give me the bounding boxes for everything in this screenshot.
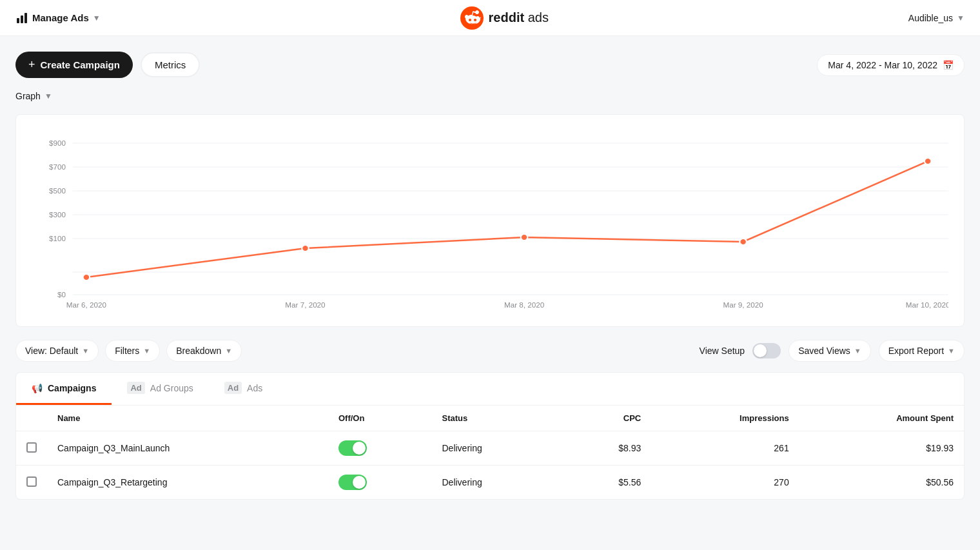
- svg-text:$300: $300: [49, 211, 66, 219]
- col-offon: Off/On: [328, 406, 432, 431]
- svg-text:$100: $100: [49, 235, 66, 242]
- graph-section: $900 $700 $500 $300 $100 $0 Mar 6, 2020: [15, 114, 965, 327]
- svg-text:Mar 6, 2020: Mar 6, 2020: [66, 301, 106, 309]
- line-chart: $900 $700 $500 $300 $100 $0 Mar 6, 2020: [32, 130, 948, 311]
- table-row: Campaign_Q3_MainLaunch Delivering $8.93 …: [16, 431, 964, 466]
- col-amount-spent: Amount Spent: [799, 406, 964, 431]
- row2-cpc: $5.56: [560, 466, 652, 500]
- saved-views-label: Saved Views: [798, 346, 850, 356]
- row2-status: Delivering: [432, 466, 560, 500]
- metrics-label: Metrics: [155, 59, 186, 70]
- export-report-label: Export Report: [888, 346, 944, 356]
- table-row: Campaign_Q3_Retargeting Delivering $5.56…: [16, 466, 964, 500]
- date-range-picker[interactable]: Mar 4, 2022 - Mar 10, 2022 📅: [817, 54, 965, 76]
- col-name: Name: [47, 406, 328, 431]
- svg-text:Mar 9, 2020: Mar 9, 2020: [723, 301, 763, 309]
- svg-rect-1: [21, 15, 23, 23]
- view-default-chevron-icon: ▼: [82, 347, 89, 355]
- table-tabs: 📢 Campaigns Ad Ad Groups Ad Ads: [16, 373, 964, 406]
- view-default-label: View: Default: [25, 346, 78, 356]
- account-label: Audible_us: [908, 13, 953, 23]
- calendar-icon: 📅: [943, 60, 954, 70]
- ad-groups-tab-icon: Ad: [127, 382, 144, 394]
- filter-bar: View: Default ▼ Filters ▼ Breakdown ▼ Vi…: [15, 340, 965, 362]
- export-report-button[interactable]: Export Report ▼: [879, 340, 965, 362]
- top-toolbar: + Create Campaign Metrics Mar 4, 2022 - …: [15, 52, 965, 78]
- chart-container: $900 $700 $500 $300 $100 $0 Mar 6, 2020: [32, 130, 948, 311]
- reddit-logo: reddit ads: [460, 6, 549, 30]
- tab-ads[interactable]: Ad Ads: [209, 373, 278, 405]
- filter-bar-left: View: Default ▼ Filters ▼ Breakdown ▼: [15, 340, 242, 362]
- breakdown-chevron-icon: ▼: [225, 347, 232, 355]
- view-setup-toggle[interactable]: [752, 343, 781, 358]
- row2-checkbox[interactable]: [26, 476, 37, 487]
- col-status: Status: [432, 406, 560, 431]
- row1-amount-spent: $19.93: [799, 431, 964, 466]
- ads-tab-label: Ads: [247, 383, 262, 393]
- filter-bar-right: View Setup Saved Views ▼ Export Report ▼: [700, 340, 965, 362]
- table-section: 📢 Campaigns Ad Ad Groups Ad Ads Name Off…: [15, 372, 965, 500]
- svg-rect-2: [24, 13, 27, 23]
- graph-toggle[interactable]: Graph ▼: [15, 91, 965, 101]
- saved-views-button[interactable]: Saved Views ▼: [789, 340, 871, 362]
- breakdown-label: Breakdown: [176, 346, 221, 356]
- filters-label: Filters: [115, 346, 139, 356]
- row2-toggle-thumb: [353, 476, 366, 489]
- row2-toggle[interactable]: [338, 475, 367, 490]
- tab-campaigns[interactable]: 📢 Campaigns: [16, 373, 112, 405]
- manage-ads-nav[interactable]: Manage Ads ▼: [15, 12, 101, 25]
- plus-icon: +: [28, 58, 35, 72]
- view-setup-toggle-thumb: [754, 344, 767, 357]
- svg-text:Mar 10, 2020: Mar 10, 2020: [906, 301, 948, 309]
- create-campaign-label: Create Campaign: [41, 59, 120, 70]
- svg-point-18: [302, 245, 309, 251]
- view-default-button[interactable]: View: Default ▼: [15, 340, 99, 362]
- campaigns-tab-icon: 📢: [32, 383, 43, 393]
- campaigns-tab-label: Campaigns: [48, 383, 96, 393]
- create-campaign-button[interactable]: + Create Campaign: [15, 52, 133, 78]
- svg-text:$500: $500: [49, 187, 66, 195]
- row1-toggle[interactable]: [338, 440, 367, 456]
- col-cpc: CPC: [560, 406, 652, 431]
- row2-impressions: 270: [651, 466, 799, 500]
- metrics-button[interactable]: Metrics: [141, 52, 200, 77]
- tab-ad-groups[interactable]: Ad Ad Groups: [112, 373, 208, 405]
- export-report-chevron-icon: ▼: [948, 347, 955, 355]
- account-chevron-icon: ▼: [957, 14, 965, 23]
- header: Manage Ads ▼ reddit ads Audible_us ▼: [0, 0, 980, 36]
- row1-status: Delivering: [432, 431, 560, 466]
- svg-point-17: [83, 274, 90, 280]
- svg-text:Mar 7, 2020: Mar 7, 2020: [285, 301, 325, 309]
- reddit-ads-text: reddit ads: [489, 10, 549, 25]
- saved-views-chevron-icon: ▼: [854, 347, 861, 355]
- ads-tab-icon: Ad: [224, 382, 242, 394]
- row1-checkbox[interactable]: [26, 442, 37, 453]
- toolbar-left: + Create Campaign Metrics: [15, 52, 200, 78]
- bar-chart-icon: [15, 12, 28, 25]
- date-range-label: Mar 4, 2022 - Mar 10, 2022: [828, 60, 937, 70]
- account-selector[interactable]: Audible_us ▼: [908, 13, 965, 23]
- svg-point-21: [925, 158, 932, 164]
- row1-cpc: $8.93: [560, 431, 652, 466]
- svg-text:$0: $0: [57, 291, 66, 299]
- svg-point-19: [521, 234, 528, 241]
- row1-toggle-thumb: [353, 442, 366, 455]
- col-impressions: Impressions: [651, 406, 799, 431]
- row1-impressions: 261: [651, 431, 799, 466]
- filters-button[interactable]: Filters ▼: [105, 340, 160, 362]
- campaigns-table: Name Off/On Status CPC Impressions Amoun…: [16, 406, 964, 499]
- filters-chevron-icon: ▼: [143, 347, 150, 355]
- graph-chevron-icon: ▼: [44, 92, 52, 101]
- row2-amount-spent: $50.56: [799, 466, 964, 500]
- svg-text:Mar 8, 2020: Mar 8, 2020: [504, 301, 544, 309]
- reddit-logo-svg: [460, 6, 484, 30]
- ad-groups-tab-label: Ad Groups: [150, 383, 193, 393]
- graph-label-text: Graph: [15, 91, 41, 101]
- view-setup-label: View Setup: [700, 346, 745, 356]
- manage-ads-chevron-icon: ▼: [93, 14, 101, 23]
- svg-text:$700: $700: [49, 163, 66, 171]
- svg-text:$900: $900: [49, 139, 66, 147]
- breakdown-button[interactable]: Breakdown ▼: [166, 340, 242, 362]
- svg-point-20: [740, 239, 747, 245]
- manage-ads-label: Manage Ads: [32, 12, 89, 23]
